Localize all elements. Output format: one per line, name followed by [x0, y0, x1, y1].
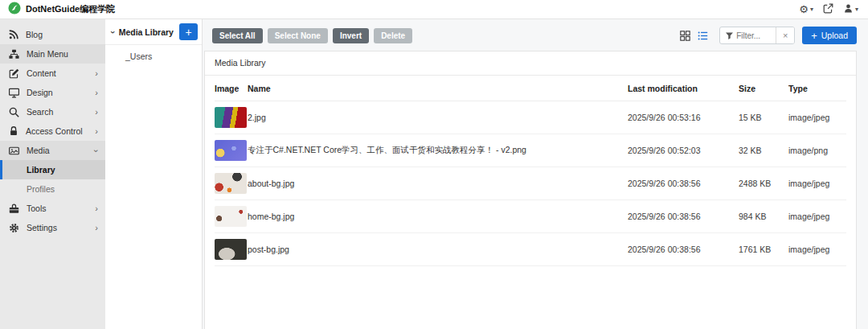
file-modified: 2025/9/26 00:38:56	[628, 200, 739, 233]
chevron-right-icon: ›	[95, 204, 98, 213]
col-header-name: Name	[248, 76, 628, 101]
plus-icon: +	[811, 31, 817, 41]
table-row[interactable]: about-bg.jpg 2025/9/26 00:38:56 2488 KB …	[215, 167, 846, 200]
file-name: 专注于C#.NET.NET Core学习、工作、面试干货和实战教程分享！ - v…	[248, 134, 628, 167]
thumbnail	[215, 206, 247, 227]
close-icon: ×	[783, 31, 788, 40]
grid-icon	[680, 31, 690, 41]
sidebar-item-search[interactable]: Search ›	[0, 102, 105, 121]
main-content: Select All Select None Invert Delete ×	[203, 19, 868, 329]
file-type: image/jpeg	[788, 233, 846, 266]
sidebar-item-tools[interactable]: Tools ›	[0, 199, 105, 218]
chevron-down-icon: ›	[92, 149, 101, 152]
sidebar: Blog Main Menu Content › Design › Search…	[0, 19, 105, 329]
view-site-button[interactable]	[823, 2, 833, 17]
table-row[interactable]: post-bg.jpg 2025/9/26 00:38:56 1761 KB i…	[215, 233, 846, 266]
grid-view-button[interactable]	[680, 31, 690, 41]
table-row[interactable]: 专注于C#.NET.NET Core学习、工作、面试干货和实战教程分享！ - v…	[215, 134, 846, 167]
select-all-button[interactable]: Select All	[212, 28, 263, 43]
col-header-size: Size	[739, 76, 788, 101]
chevron-right-icon: ›	[95, 108, 98, 117]
user-icon	[843, 2, 854, 17]
topbar: DotNetGuide编程学院 ⚙ ▾ ▾	[0, 0, 868, 19]
external-link-icon	[823, 2, 833, 17]
file-type: image/jpeg	[788, 167, 846, 200]
media-toolbar: Select All Select None Invert Delete ×	[203, 19, 868, 51]
chevron-right-icon: ›	[95, 88, 98, 97]
user-menu-dropdown[interactable]: ▾	[843, 2, 858, 17]
chevron-right-icon: ›	[95, 224, 98, 232]
filter-group: ×	[719, 27, 795, 44]
col-header-image: Image	[215, 76, 248, 101]
filter-funnel-icon	[720, 27, 734, 43]
sidebar-item-library[interactable]: Library	[0, 160, 105, 179]
tree-root-label: Media Library	[119, 27, 174, 37]
sidebar-item-blog[interactable]: Blog	[0, 25, 105, 44]
media-table: Image Name Last modification Size Type 2…	[215, 76, 846, 266]
file-name: home-bg.jpg	[248, 200, 628, 233]
tree-root-item[interactable]: › Media Library +	[105, 19, 202, 45]
thumbnail	[215, 107, 247, 128]
clear-filter-button[interactable]: ×	[776, 27, 794, 43]
brand-logo-icon	[8, 2, 21, 18]
select-none-button[interactable]: Select None	[268, 28, 328, 43]
plus-icon: +	[185, 27, 191, 38]
file-size: 984 KB	[739, 200, 788, 233]
file-size: 2488 KB	[739, 167, 788, 200]
file-size: 15 KB	[739, 101, 788, 134]
upload-button[interactable]: + Upload	[802, 27, 857, 44]
file-name: about-bg.jpg	[248, 167, 628, 200]
edit-icon	[9, 68, 19, 79]
sidebar-item-access-control[interactable]: Access Control ›	[0, 121, 105, 141]
caret-down-icon: ▾	[810, 6, 813, 13]
sidebar-item-media[interactable]: Media ›	[0, 141, 105, 160]
thumbnail	[215, 239, 247, 260]
sidebar-item-settings[interactable]: Settings ›	[0, 218, 105, 237]
chevron-right-icon: ›	[95, 127, 98, 136]
gear-icon	[9, 223, 19, 233]
sidebar-item-design[interactable]: Design ›	[0, 83, 105, 102]
table-row[interactable]: home-bg.jpg 2025/9/26 00:38:56 984 KB im…	[215, 200, 846, 233]
col-header-last-modification: Last modification	[628, 76, 739, 101]
chevron-right-icon: ›	[95, 69, 98, 78]
panel-title: Media Library	[205, 51, 856, 76]
sidebar-item-main-menu[interactable]: Main Menu	[0, 44, 105, 64]
lock-icon	[9, 126, 18, 136]
file-size: 32 KB	[739, 134, 788, 167]
list-icon	[698, 31, 708, 41]
brand: DotNetGuide编程学院	[8, 2, 115, 18]
file-type: image/jpeg	[788, 101, 846, 134]
invert-button[interactable]: Invert	[333, 28, 369, 43]
display-icon	[9, 88, 19, 98]
file-type: image/jpeg	[788, 200, 846, 233]
sitemap-icon	[9, 49, 19, 60]
sidebar-item-profiles[interactable]: Profiles	[0, 179, 105, 199]
col-header-type: Type	[788, 76, 846, 101]
search-icon	[9, 107, 19, 117]
table-row[interactable]: 2.jpg 2025/9/26 00:53:16 15 KB image/jpe…	[215, 101, 846, 134]
sidebar-item-content[interactable]: Content ›	[0, 64, 105, 83]
toolbox-icon	[9, 204, 19, 214]
tree-folder-users[interactable]: _Users	[105, 45, 202, 61]
add-folder-button[interactable]: +	[179, 23, 198, 40]
file-size: 1761 KB	[739, 233, 788, 266]
filter-input[interactable]	[734, 27, 776, 43]
file-name: 2.jpg	[248, 101, 628, 134]
media-folder-tree: › Media Library + _Users	[105, 19, 203, 329]
gear-icon: ⚙	[799, 4, 809, 14]
media-library-card: Media Library Image Name Last modificati…	[204, 51, 857, 329]
file-modified: 2025/9/26 00:38:56	[628, 233, 739, 266]
thumbnail	[215, 173, 247, 194]
thumbnail	[215, 140, 247, 161]
list-view-button[interactable]	[698, 31, 708, 41]
caret-down-icon: ▾	[855, 6, 858, 13]
brand-name: DotNetGuide编程学院	[26, 3, 115, 15]
table-header-row: Image Name Last modification Size Type	[215, 76, 846, 101]
file-modified: 2025/9/26 00:52:03	[628, 134, 739, 167]
delete-button[interactable]: Delete	[374, 28, 412, 43]
file-type: image/png	[788, 134, 846, 167]
rss-icon	[9, 30, 18, 39]
file-modified: 2025/9/26 00:53:16	[628, 101, 739, 134]
file-modified: 2025/9/26 00:38:56	[628, 167, 739, 200]
admin-settings-dropdown[interactable]: ⚙ ▾	[799, 4, 813, 14]
